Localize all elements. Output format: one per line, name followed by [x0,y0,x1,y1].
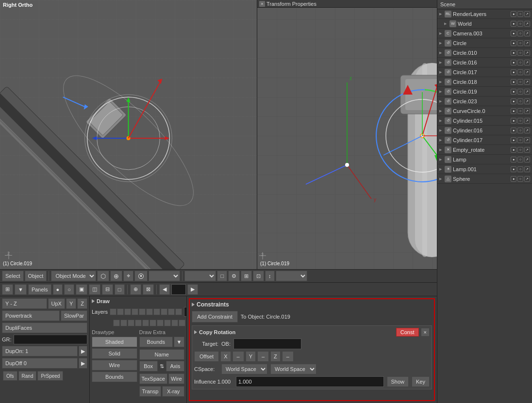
panel-icon2[interactable]: ○ [64,284,74,295]
scene-item-1[interactable]: ▶WWorld●○↗ [437,19,532,29]
scene-item-visibility-4[interactable]: ● [511,50,516,56]
viewport-right[interactable]: User Persp × Transform Properties [257,0,437,269]
scene-item-visibility-15[interactable]: ● [511,157,516,162]
y-axis-button[interactable]: Y [246,351,256,362]
scene-item-render-14[interactable]: ○ [517,147,523,153]
scene-item-select-7[interactable]: ↗ [524,79,530,85]
panel-icon5[interactable]: ⊟ [102,284,113,295]
powertrack-button[interactable]: Powertrack [2,310,60,321]
z-button[interactable]: Z [77,298,87,309]
scene-item-select-12[interactable]: ↗ [524,128,530,133]
scene-item-render-17[interactable]: ○ [517,176,523,182]
scene-item-3[interactable]: ▶↺Circle●○↗ [437,38,532,48]
scene-item-9[interactable]: ▶↺Circle.023●○↗ [437,97,532,106]
panel-icon4[interactable]: ◫ [89,284,100,295]
upx-button[interactable]: UpX [48,298,65,309]
y-button[interactable]: Y [66,298,76,309]
scene-item-6[interactable]: ▶↺Circle.017●○↗ [437,67,532,77]
scene-item-select-5[interactable]: ↗ [524,60,530,65]
scene-item-5[interactable]: ▶↺Circle.016●○↗ [437,58,532,67]
scene-item-visibility-14[interactable]: ● [511,147,516,153]
scene-item-visibility-5[interactable]: ● [511,60,516,65]
const-button[interactable]: Const [396,328,419,337]
icon-btn-b[interactable]: ▼ [15,284,27,295]
scene-item-render-7[interactable]: ○ [517,79,523,85]
bounds-dropdown-btn[interactable]: ▼ [174,337,184,347]
scene-item-visibility-2[interactable]: ● [511,31,516,36]
layer-18[interactable] [164,320,171,326]
scene-item-select-0[interactable]: ↗ [524,11,530,17]
panel-icon8[interactable]: ⊠ [143,284,154,295]
scene-item-select-3[interactable]: ↗ [524,40,530,46]
scene-item-select-9[interactable]: ↗ [524,98,530,104]
scene-item-10[interactable]: ▶↺CurveCircle.0●○↗ [437,106,532,116]
scene-item-select-10[interactable]: ↗ [524,108,530,114]
scene-item-7[interactable]: ▶↺Circle.018●○↗ [437,77,532,87]
scene-item-visibility-1[interactable]: ● [511,21,516,27]
show-button[interactable]: Show [387,376,409,387]
x-button[interactable]: X [220,351,231,362]
scene-item-render-13[interactable]: ○ [517,137,523,143]
ofs-button[interactable]: Ofs [3,371,17,381]
layer-3[interactable] [124,308,131,315]
wire-extra-btn[interactable]: Wire [168,373,184,384]
layer-20[interactable] [179,320,185,326]
box-btn[interactable]: Box [139,361,158,371]
z-axis-button[interactable]: Z [270,351,281,362]
duplifaces-button[interactable]: DupliFaces [2,322,87,333]
layer-15[interactable] [142,320,149,326]
scene-item-12[interactable]: ▶↺Cylinder.016●○↗ [437,126,532,135]
alpha-input[interactable]: A: 1.00 [184,307,187,317]
slowpar-button[interactable]: SlowPar [61,310,87,321]
scene-item-render-8[interactable]: ○ [517,89,523,95]
transform-panel-close[interactable]: × [259,1,265,7]
dash1-button[interactable]: – [233,351,244,362]
shaded-btn[interactable]: Shaded [92,337,137,347]
layer-17[interactable] [157,320,164,326]
scene-item-render-9[interactable]: ○ [517,98,523,104]
pivot-btn[interactable]: ⊕ [110,271,122,281]
layer-5[interactable] [139,308,146,315]
scene-item-15[interactable]: ▶☀Lamp●○↗ [437,155,532,164]
cspace-right-select[interactable]: World Space [270,364,316,374]
scene-item-14[interactable]: ▶✕Empty_rotate●○↗ [437,145,532,155]
layer-19[interactable] [171,320,178,326]
scene-item-render-2[interactable]: ○ [517,31,523,36]
panel-icon6[interactable]: □ [115,284,125,295]
scene-item-select-1[interactable]: ↗ [524,21,530,27]
icon-btn-a[interactable]: ⊞ [2,284,13,295]
gr-input[interactable] [14,335,87,344]
layer-14[interactable] [135,320,142,326]
scene-item-visibility-8[interactable]: ● [511,89,516,95]
scene-item-render-6[interactable]: ○ [517,69,523,75]
scene-item-2[interactable]: ▶CCamera.003●○↗ [437,29,532,38]
scene-item-select-6[interactable]: ↗ [524,69,530,75]
layer-10[interactable] [175,308,182,315]
scene-item-visibility-11[interactable]: ● [511,118,516,124]
layer-1[interactable] [110,308,116,315]
scene-item-select-4[interactable]: ↗ [524,50,530,56]
transform-btn[interactable]: ⌖ [123,271,133,281]
panel-icon3[interactable]: ▣ [76,284,87,295]
scene-item-select-17[interactable]: ↗ [524,176,530,182]
scene-item-0[interactable]: ▶RLRenderLayers●○↗ [437,9,532,19]
scene-item-visibility-13[interactable]: ● [511,137,516,143]
dupon-button[interactable]: DupOn: 1 [2,346,78,356]
scene-item-visibility-3[interactable]: ● [511,40,516,46]
scene-item-select-2[interactable]: ↗ [524,31,530,36]
scene-item-16[interactable]: ▶☀Lamp.001●○↗ [437,164,532,174]
next-page-btn[interactable]: ▶ [187,284,198,295]
object-button[interactable]: Object [25,271,47,281]
scene-item-select-15[interactable]: ↗ [524,157,530,162]
scene-item-render-0[interactable]: ○ [517,11,523,17]
icon3-btn[interactable]: ⊞ [241,271,252,281]
panels-button[interactable]: Panels [28,284,51,295]
scene-item-render-1[interactable]: ○ [517,21,523,27]
icon1-btn[interactable]: □ [217,271,227,281]
scene-item-render-3[interactable]: ○ [517,40,523,46]
mesh-icon-btn[interactable]: ⬡ [97,271,109,281]
layer-4[interactable] [132,308,138,315]
magnet-btn[interactable]: ⦿ [134,271,148,281]
layer-8[interactable] [161,308,167,315]
dupoff-arrow[interactable]: ▶ [79,358,87,369]
